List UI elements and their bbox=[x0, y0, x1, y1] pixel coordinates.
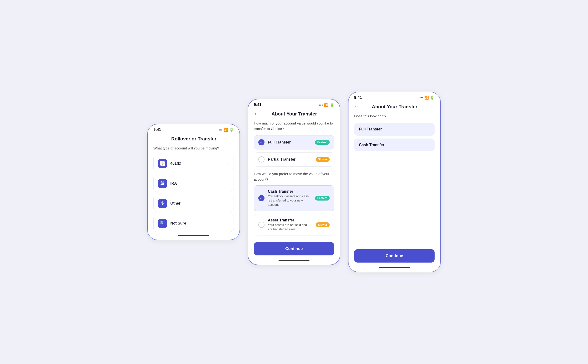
cash-transfer-badge: Fastest bbox=[315, 196, 330, 201]
chevron-notsure: › bbox=[228, 221, 229, 226]
menu-label-notsure: Not Sure bbox=[170, 221, 228, 226]
question1-label: How much of your account value would you… bbox=[248, 121, 340, 135]
subtitle-1: What type of account will you be moving? bbox=[148, 146, 240, 155]
asset-transfer-badge: Slower bbox=[316, 222, 330, 227]
ira-icon: 🏛 bbox=[158, 179, 167, 188]
screen3-phone: 9:41 ▪▪▪ 📶 🔋 ← About Your Transfer Does … bbox=[348, 92, 441, 272]
wifi-icon-1: 📶 bbox=[224, 128, 228, 132]
home-indicator-1 bbox=[178, 235, 209, 236]
summary-full-transfer-label: Full Transfer bbox=[359, 127, 382, 131]
page-title-3: About Your Transfer bbox=[362, 104, 427, 110]
page-title-2: About Your Transfer bbox=[262, 111, 327, 117]
screen2-phone: 9:41 ▪▪▪ 📶 🔋 ← About Your Transfer How m… bbox=[248, 99, 340, 265]
menu-label-other: Other bbox=[170, 201, 228, 206]
asset-transfer-label: Asset Transfer bbox=[268, 218, 294, 222]
cash-transfer-desc: You sell your assets and cash is transfe… bbox=[268, 194, 312, 207]
battery-icon-3: 🔋 bbox=[430, 96, 434, 100]
chevron-ira: › bbox=[228, 181, 229, 186]
menu-label-401k: 401(k) bbox=[170, 161, 228, 166]
home-indicator-3 bbox=[379, 267, 410, 268]
continue-button-2[interactable]: Continue bbox=[254, 242, 334, 255]
subtitle-3: Does this look right? bbox=[348, 114, 440, 123]
status-icons-3: ▪▪▪ 📶 🔋 bbox=[419, 96, 434, 100]
cash-transfer-label: Cash Transfer bbox=[268, 189, 293, 193]
battery-icon-1: 🔋 bbox=[229, 128, 234, 132]
status-icons-2: ▪▪▪ 📶 🔋 bbox=[319, 103, 334, 107]
status-icons-1: ▪▪▪ 📶 🔋 bbox=[219, 128, 234, 132]
nav-bar-3: ← About Your Transfer bbox=[348, 102, 440, 114]
back-button-1[interactable]: ← bbox=[154, 136, 159, 142]
asset-transfer-option[interactable]: Asset Transfer Your assets are not sold … bbox=[254, 214, 334, 235]
screen1-phone: 9:41 ▪▪▪ 📶 🔋 ← Rollover or Transfer What… bbox=[147, 124, 240, 240]
question2-label: How would you prefer to move the value o… bbox=[248, 169, 340, 185]
menu-item-other[interactable]: $ Other › bbox=[154, 195, 234, 212]
status-bar-1: 9:41 ▪▪▪ 📶 🔋 bbox=[148, 124, 240, 134]
signal-icon-1: ▪▪▪ bbox=[219, 128, 222, 132]
partial-transfer-radio bbox=[258, 156, 265, 162]
time-3: 9:41 bbox=[354, 96, 362, 100]
partial-transfer-option[interactable]: Partial Transfer Slower bbox=[254, 152, 334, 167]
home-indicator-2 bbox=[279, 260, 309, 261]
menu-item-401k[interactable]: 📈 401(k) › bbox=[154, 155, 234, 172]
time-2: 9:41 bbox=[254, 103, 261, 107]
full-transfer-option[interactable]: ✓ Full Transfer Fastest bbox=[254, 135, 334, 150]
menu-label-ira: IRA bbox=[170, 181, 228, 186]
cash-transfer-option[interactable]: ✓ Cash Transfer You sell your assets and… bbox=[254, 185, 334, 211]
menu-item-notsure[interactable]: 🔍 Not Sure › bbox=[154, 215, 234, 232]
nav-bar-1: ← Rollover or Transfer bbox=[148, 134, 240, 146]
summary-cash-transfer-label: Cash Transfer bbox=[359, 143, 384, 147]
partial-transfer-label: Partial Transfer bbox=[268, 157, 296, 161]
menu-item-ira[interactable]: 🏛 IRA › bbox=[154, 175, 234, 192]
partial-transfer-badge: Slower bbox=[316, 157, 330, 162]
wifi-icon-3: 📶 bbox=[424, 96, 429, 100]
signal-icon-3: ▪▪▪ bbox=[419, 96, 423, 100]
chevron-401k: › bbox=[228, 161, 229, 166]
page-title-1: Rollover or Transfer bbox=[161, 136, 226, 142]
continue-button-3[interactable]: Continue bbox=[354, 249, 434, 263]
back-button-3[interactable]: ← bbox=[354, 104, 359, 110]
battery-icon-2: 🔋 bbox=[330, 103, 334, 107]
401k-icon: 📈 bbox=[158, 159, 167, 168]
signal-icon-2: ▪▪▪ bbox=[319, 103, 323, 107]
time-1: 9:41 bbox=[154, 128, 161, 132]
summary-cash-transfer: Cash Transfer bbox=[354, 138, 434, 151]
cash-transfer-radio: ✓ bbox=[258, 195, 265, 201]
chevron-other: › bbox=[228, 201, 229, 206]
back-button-2[interactable]: ← bbox=[254, 111, 259, 117]
asset-transfer-radio bbox=[258, 222, 265, 228]
full-transfer-label: Full Transfer bbox=[268, 140, 291, 144]
wifi-icon-2: 📶 bbox=[324, 103, 328, 107]
full-transfer-radio: ✓ bbox=[258, 139, 265, 145]
status-bar-2: 9:41 ▪▪▪ 📶 🔋 bbox=[248, 99, 340, 109]
notsure-icon: 🔍 bbox=[158, 219, 167, 228]
other-icon: $ bbox=[158, 199, 167, 208]
nav-bar-2: ← About Your Transfer bbox=[248, 109, 340, 121]
status-bar-3: 9:41 ▪▪▪ 📶 🔋 bbox=[348, 92, 440, 102]
asset-transfer-desc: Your assets are not sold and are transfe… bbox=[268, 223, 312, 231]
full-transfer-badge: Fastest bbox=[315, 140, 330, 145]
summary-full-transfer: Full Transfer bbox=[354, 123, 434, 136]
